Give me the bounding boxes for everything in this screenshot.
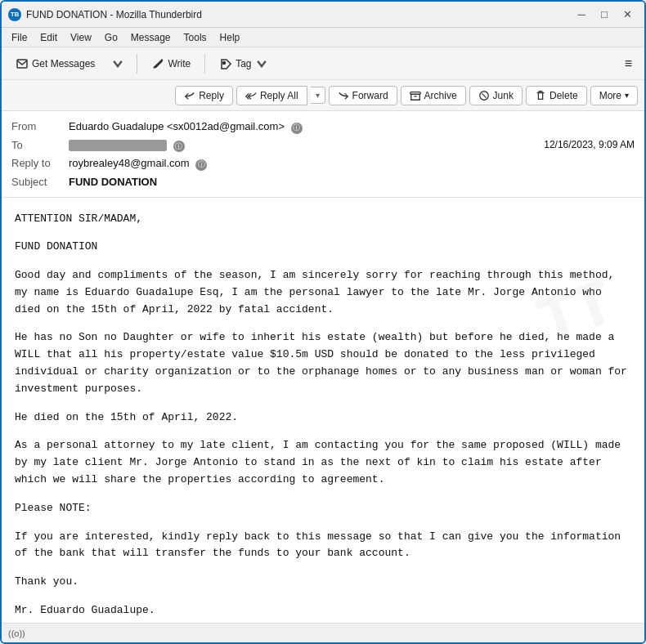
status-bar: ((o)) [2, 623, 644, 642]
to-info-icon[interactable]: ⓘ [173, 141, 185, 152]
menu-file[interactable]: File [5, 30, 34, 45]
reply-to-value: roybrealey48@gmail.com ⓘ [69, 157, 635, 171]
svg-line-6 [482, 93, 486, 97]
menu-bar: File Edit View Go Message Tools Help [2, 28, 644, 47]
email-signature-1: Mr. Eduardo Guadalupe. [15, 602, 631, 619]
more-button[interactable]: More ▾ [590, 86, 638, 105]
connection-icon: ((o)) [8, 628, 25, 638]
close-button[interactable]: ✕ [617, 6, 638, 24]
archive-button[interactable]: Archive [401, 86, 466, 105]
reply-to-label: Reply to [11, 157, 69, 169]
tag-icon [219, 57, 232, 70]
reply-all-button[interactable]: Reply All [236, 86, 307, 105]
from-info-icon[interactable]: ⓘ [291, 123, 303, 134]
hamburger-button[interactable]: ≡ [619, 52, 638, 75]
reply-to-info-icon[interactable]: ⓘ [195, 159, 207, 171]
email-header: From Eduardo Guadalupe <sx0012ad@gmail.c… [2, 111, 644, 198]
app-window: TB FUND DONATION - Mozilla Thunderbird ─… [0, 0, 646, 644]
tag-dropdown-icon [255, 57, 268, 70]
menu-edit[interactable]: Edit [34, 30, 64, 45]
from-row: From Eduardo Guadalupe <sx0012ad@gmail.c… [11, 118, 635, 136]
get-messages-button[interactable]: Get Messages [8, 53, 102, 74]
archive-icon [410, 90, 421, 101]
reply-all-dropdown[interactable]: ▾ [311, 87, 325, 104]
menu-message[interactable]: Message [124, 30, 177, 45]
email-paragraph-6: If you are interested, kindly reply back… [15, 529, 631, 563]
forward-button[interactable]: Forward [329, 86, 397, 105]
subject-label: Subject [11, 176, 69, 188]
email-date: 12/16/2023, 9:09 AM [544, 139, 635, 150]
write-button[interactable]: Write [144, 53, 198, 74]
get-messages-icon [16, 57, 29, 70]
subject-row: Subject FUND DONATION [11, 173, 635, 190]
reply-all-icon [245, 90, 257, 101]
from-label: From [11, 120, 69, 132]
email-paragraph-5: Please NOTE: [15, 500, 631, 517]
email-paragraph-2: He has no Son no Daughter or wife to inh… [15, 329, 631, 397]
reply-icon [184, 90, 195, 101]
delete-button[interactable]: Delete [526, 86, 587, 105]
reply-to-row: Reply to roybrealey48@gmail.com ⓘ [11, 154, 635, 173]
chevron-down-icon [111, 57, 124, 70]
email-body: TT ATTENTION SIR/MADAM, FUND DONATION Go… [2, 198, 644, 624]
email-paragraph-3: He died on the 15th of April, 2022. [15, 409, 631, 427]
to-redacted [69, 140, 167, 151]
main-toolbar: Get Messages Write Tag [2, 47, 644, 80]
to-value: ⓘ [69, 139, 544, 153]
get-messages-dropdown[interactable] [105, 53, 130, 74]
subject-value: FUND DONATION [69, 176, 635, 188]
email-title: FUND DONATION [15, 239, 631, 256]
toolbar-separator-2 [204, 54, 205, 74]
from-value: Eduardo Guadalupe <sx0012ad@gmail.com> ⓘ [69, 120, 635, 134]
to-row: To ⓘ 12/16/2023, 9:09 AM [11, 136, 635, 155]
write-icon [151, 57, 164, 70]
toolbar-separator-1 [137, 54, 137, 74]
svg-rect-3 [410, 92, 419, 94]
reply-button[interactable]: Reply [175, 86, 233, 105]
to-label: To [11, 139, 69, 151]
menu-help[interactable]: Help [213, 30, 247, 45]
junk-button[interactable]: Junk [469, 86, 523, 105]
email-greeting: ATTENTION SIR/MADAM, [15, 211, 631, 228]
junk-icon [478, 90, 490, 101]
delete-icon [535, 90, 546, 101]
minimize-button[interactable]: ─ [571, 6, 592, 24]
action-bar: Reply Reply All ▾ Forward Archive [2, 80, 644, 111]
email-paragraph-7: Thank you. [15, 574, 631, 591]
app-icon: TB [8, 8, 21, 21]
forward-icon [338, 90, 349, 101]
connection-status: ((o)) [8, 628, 25, 638]
menu-tools[interactable]: Tools [177, 30, 213, 45]
maximize-button[interactable]: □ [594, 6, 615, 24]
menu-view[interactable]: View [64, 30, 98, 45]
menu-go[interactable]: Go [98, 30, 124, 45]
window-controls: ─ □ ✕ [571, 6, 638, 24]
tag-button[interactable]: Tag [212, 53, 275, 74]
title-bar: TB FUND DONATION - Mozilla Thunderbird ─… [2, 2, 644, 28]
window-title: FUND DONATION - Mozilla Thunderbird [26, 9, 571, 20]
more-dropdown-icon: ▾ [625, 91, 629, 100]
email-paragraph-1: Good day and compliments of the season, … [15, 267, 631, 318]
svg-rect-0 [17, 60, 27, 68]
email-paragraph-4: As a personal attorney to my late client… [15, 437, 631, 488]
svg-point-2 [223, 61, 226, 64]
